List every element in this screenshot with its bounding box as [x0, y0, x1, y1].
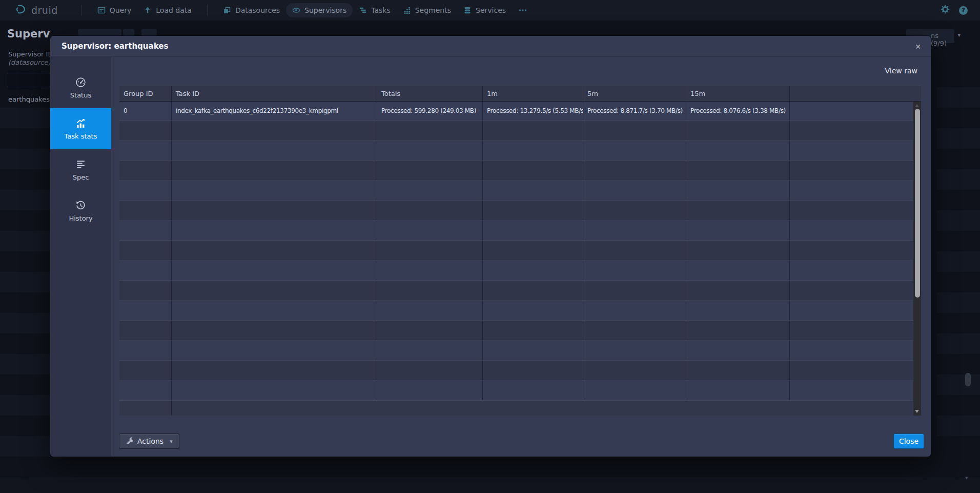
cell-totals: Processed: 599,280 (249.03 MB) [377, 102, 483, 120]
datasources-icon [223, 6, 231, 14]
table-empty-row [119, 321, 921, 341]
tab-status[interactable]: Status [50, 67, 111, 108]
align-left-icon [75, 159, 86, 170]
dialog-footer: Actions ▾ Close [111, 432, 931, 457]
column-header-group-id[interactable]: Group ID [119, 86, 172, 101]
column-header-totals[interactable]: Totals [377, 86, 483, 101]
chevron-down-icon: ▾ [170, 438, 173, 445]
table-empty-row [119, 221, 921, 241]
background-column-header: Supervisor ID [8, 50, 50, 58]
druid-logo-text: druid [31, 5, 58, 16]
druid-console-screen: druid Query Load data [0, 0, 980, 493]
table-empty-row [119, 301, 921, 321]
table-empty-row [119, 141, 921, 161]
table-empty-row [119, 181, 921, 201]
gantt-icon [359, 6, 367, 14]
background-scrollbar-thumb[interactable] [965, 373, 971, 386]
close-button[interactable]: Close [893, 433, 924, 449]
background-footer-strip [0, 479, 980, 493]
cell-15m: Processed: 8,076.6/s (3.38 MB/s) [686, 102, 790, 120]
history-icon [75, 200, 86, 211]
tab-spec[interactable]: Spec [50, 149, 111, 190]
column-header-task-id[interactable]: Task ID [172, 86, 377, 101]
cell-task-id: index_kafka_earthquakes_c6d22f2137390e3_… [172, 102, 377, 120]
cell-group-id: 0 [119, 102, 172, 120]
column-header-5m[interactable]: 5m [583, 86, 686, 101]
background-column-subtitle: (datasource) [8, 58, 50, 66]
background-toolbar-fragment [78, 29, 121, 36]
help-icon[interactable]: ? [959, 6, 968, 15]
table-header-row: Group ID Task ID Totals 1m 5m 15m [119, 86, 921, 102]
table-empty-row [119, 241, 921, 261]
top-navbar: druid Query Load data [0, 0, 980, 21]
druid-logo[interactable]: druid [14, 3, 58, 18]
nav-divider [207, 5, 208, 16]
query-icon [97, 6, 106, 14]
background-filter-input[interactable] [7, 73, 50, 87]
table-empty-row [119, 341, 921, 361]
table-empty-row [119, 121, 921, 141]
task-stats-table: Group ID Task ID Totals 1m 5m 15m 0 inde… [119, 86, 921, 416]
nav-item-segments[interactable]: Segments [397, 3, 457, 17]
background-scrollbar-caret-icon: ▾ [965, 475, 968, 481]
nav-divider [81, 5, 82, 16]
actions-button[interactable]: Actions ▾ [119, 433, 179, 449]
database-icon [463, 6, 472, 14]
background-toolbar-fragment [141, 29, 157, 36]
column-header-1m[interactable]: 1m [483, 86, 583, 101]
table-empty-row [119, 281, 921, 301]
cell-5m: Processed: 8,871.7/s (3.70 MB/s) [583, 102, 686, 120]
dashboard-icon [75, 77, 86, 88]
scrollbar-thumb[interactable] [915, 109, 920, 298]
dialog-tab-list: Status Task stats [50, 57, 111, 457]
supervisor-dialog: Supervisor: earthquakes ✕ Status [50, 36, 931, 457]
wrench-icon [126, 437, 133, 446]
table-empty-row [119, 381, 921, 401]
table-empty-row [119, 201, 921, 221]
table-empty-row [119, 361, 921, 381]
background-supervisor-row: earthquakes [8, 95, 50, 103]
eye-icon [292, 6, 300, 14]
nav-item-datasources[interactable]: Datasources [217, 3, 286, 17]
table-bottom-pad [119, 401, 921, 416]
table-row[interactable]: 0 index_kafka_earthquakes_c6d22f2137390e… [119, 102, 921, 121]
view-raw-link[interactable]: View raw [885, 67, 917, 75]
nav-item-load-data[interactable]: Load data [137, 3, 198, 17]
scroll-down-icon[interactable] [915, 410, 919, 413]
scroll-up-icon[interactable] [915, 104, 919, 107]
tab-task-stats[interactable]: Task stats [50, 108, 111, 149]
nav-item-supervisors[interactable]: Supervisors [286, 3, 353, 17]
druid-logo-icon [14, 3, 28, 18]
dialog-title: Supervisor: earthquakes [62, 42, 168, 51]
dialog-header: Supervisor: earthquakes ✕ [50, 36, 931, 56]
nav-item-services[interactable]: Services [457, 3, 512, 17]
table-empty-row [119, 161, 921, 181]
gear-icon[interactable] [941, 5, 950, 16]
column-header-15m[interactable]: 15m [686, 86, 790, 101]
load-data-icon [144, 6, 152, 14]
chevron-down-icon: ▾ [957, 32, 961, 38]
timeline-bar-chart-icon [75, 118, 86, 129]
nav-item-tasks[interactable]: Tasks [353, 3, 397, 17]
stacked-chart-icon [403, 6, 411, 14]
close-icon[interactable]: ✕ [912, 41, 924, 52]
nav-item-query[interactable]: Query [91, 3, 138, 17]
tab-history[interactable]: History [50, 190, 111, 231]
more-ellipsis-icon[interactable] [512, 3, 534, 17]
nav-right-controls: ? [941, 0, 968, 21]
table-empty-row [119, 261, 921, 281]
background-page-title: Supervi [7, 28, 50, 40]
background-toolbar-fragment [123, 29, 134, 36]
table-scrollbar[interactable] [913, 102, 921, 416]
cell-1m: Processed: 13,279.5/s (5.53 MB/s) [483, 102, 583, 120]
